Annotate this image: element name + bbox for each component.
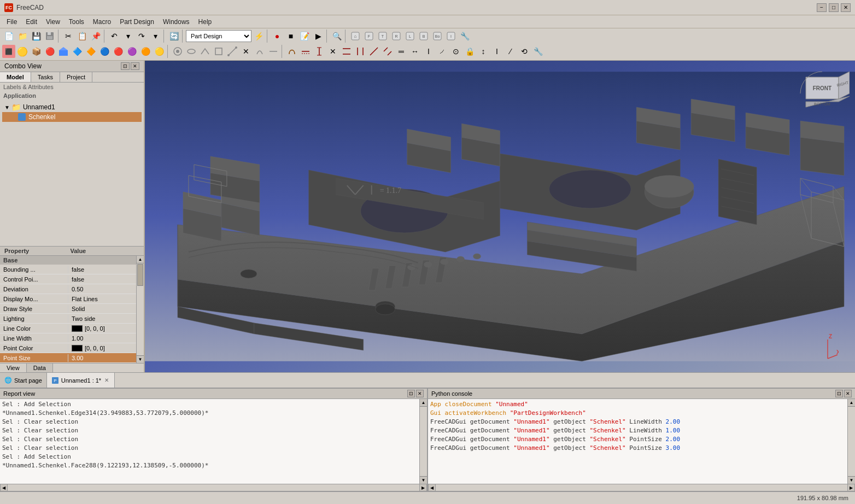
- open-button[interactable]: 📁: [16, 30, 29, 43]
- report-scrollbar[interactable]: ▲ ▼: [419, 399, 427, 484]
- console-hscroll-right[interactable]: ▶: [847, 484, 855, 491]
- view-top-button[interactable]: T: [376, 30, 389, 43]
- part-btn-8[interactable]: 🔵: [98, 45, 111, 58]
- workbench-select[interactable]: Part Design: [186, 30, 251, 42]
- part-btn-7[interactable]: 🔶: [84, 45, 97, 58]
- unnamed1-close[interactable]: ✕: [103, 377, 110, 384]
- constraint-btn-7[interactable]: [367, 45, 380, 58]
- part-btn-3[interactable]: 📦: [30, 45, 43, 58]
- new-button[interactable]: 📄: [2, 30, 15, 43]
- menu-macro[interactable]: Macro: [89, 17, 115, 27]
- redo-dropdown[interactable]: ▾: [149, 30, 162, 43]
- part-btn-2[interactable]: 🟡: [16, 45, 29, 58]
- sketch-btn-6[interactable]: ✕: [239, 45, 253, 58]
- prop-row-pointcolor[interactable]: Point Color [0, 0, 0]: [0, 343, 136, 353]
- constraint-btn-13[interactable]: ⊙: [449, 45, 462, 58]
- console-scroll-down[interactable]: ▼: [848, 476, 855, 484]
- constraint-btn-11[interactable]: I: [422, 45, 435, 58]
- constraint-btn-4[interactable]: ✕: [326, 45, 339, 58]
- record-button[interactable]: ●: [271, 30, 284, 43]
- prop-row-lighting[interactable]: Lighting Two side: [0, 314, 136, 324]
- undo-dropdown[interactable]: ▾: [121, 30, 134, 43]
- sketch-btn-8[interactable]: [267, 45, 280, 58]
- save-button[interactable]: 💾: [30, 30, 43, 43]
- save-as-button[interactable]: [43, 30, 56, 43]
- constraint-btn-12[interactable]: ⟋: [436, 45, 449, 58]
- viewport[interactable]: = 1.1.7: [145, 61, 855, 372]
- report-scroll-up[interactable]: ▲: [420, 399, 427, 407]
- console-hscroll-track[interactable]: [436, 484, 847, 491]
- constraint-btn-10[interactable]: ↔: [408, 45, 421, 58]
- tab-project[interactable]: Project: [60, 72, 92, 82]
- view-right-button[interactable]: R: [390, 30, 403, 43]
- view-left-button[interactable]: L: [403, 30, 417, 43]
- constraint-btn-1[interactable]: [285, 45, 298, 58]
- sketch-btn-3[interactable]: [198, 45, 212, 58]
- menu-help[interactable]: Help: [194, 17, 216, 27]
- menu-tools[interactable]: Tools: [65, 17, 89, 27]
- undo-button[interactable]: ↶: [108, 30, 121, 43]
- tab-data[interactable]: Data: [27, 364, 53, 372]
- constraint-btn-2[interactable]: [299, 45, 312, 58]
- report-scroll-down[interactable]: ▼: [420, 476, 427, 484]
- console-hscroll[interactable]: ◀ ▶: [428, 484, 855, 491]
- view-back-button[interactable]: B: [417, 30, 430, 43]
- constraint-btn-9[interactable]: ═: [395, 45, 408, 58]
- constraint-btn-3[interactable]: [313, 45, 326, 58]
- report-hscroll-left[interactable]: ◀: [0, 484, 8, 491]
- workbench-arrow[interactable]: ⚡: [252, 30, 265, 43]
- view-bottom-button[interactable]: Bo: [431, 30, 444, 43]
- console-hscroll-left[interactable]: ◀: [428, 484, 436, 491]
- close-button[interactable]: ✕: [841, 3, 851, 12]
- macro-button[interactable]: 📝: [298, 30, 311, 43]
- prop-row-controlpoi[interactable]: Control Poi... false: [0, 274, 136, 284]
- sketch-btn-2[interactable]: [185, 45, 198, 58]
- prop-row-linecolor[interactable]: Line Color [0, 0, 0]: [0, 324, 136, 333]
- part-btn-1[interactable]: ⬛: [2, 45, 15, 58]
- constraint-btn-16[interactable]: I: [490, 45, 503, 58]
- view-home-button[interactable]: ⌂: [349, 30, 362, 43]
- tab-tasks[interactable]: Tasks: [31, 72, 60, 82]
- prop-row-linewidth[interactable]: Line Width 1.00: [0, 333, 136, 343]
- tab-model[interactable]: Model: [0, 72, 31, 82]
- scroll-thumb[interactable]: [137, 264, 143, 286]
- paste-button[interactable]: 📌: [89, 30, 102, 43]
- constraint-btn-8[interactable]: [381, 45, 394, 58]
- view-tab-startpage[interactable]: 🌐 Start page: [0, 373, 47, 388]
- prop-row-drawstyle[interactable]: Draw Style Solid: [0, 304, 136, 314]
- view-tool[interactable]: 🔧: [458, 30, 471, 43]
- maximize-button[interactable]: □: [829, 3, 839, 12]
- menu-partdesign[interactable]: Part Design: [115, 17, 159, 27]
- console-scrollbar[interactable]: ▲ ▼: [847, 399, 855, 484]
- view-all-button[interactable]: 🔍: [330, 30, 343, 43]
- prop-row-displaymode[interactable]: Display Mo... Flat Lines: [0, 294, 136, 304]
- property-scrollbar[interactable]: ▲ ▼: [136, 256, 144, 363]
- part-btn-5[interactable]: [57, 45, 70, 58]
- part-btn-12[interactable]: 🟡: [153, 45, 166, 58]
- sketch-btn-4[interactable]: [212, 45, 225, 58]
- redo-button[interactable]: ↷: [135, 30, 148, 43]
- menu-view[interactable]: View: [42, 17, 65, 27]
- prop-row-deviation[interactable]: Deviation 0.50: [0, 284, 136, 294]
- part-btn-9[interactable]: 🔴: [112, 45, 125, 58]
- constraint-btn-19[interactable]: 🔧: [531, 45, 544, 58]
- console-scroll-up[interactable]: ▲: [848, 399, 855, 407]
- combo-close-btn[interactable]: ✕: [131, 62, 139, 70]
- constraint-btn-5[interactable]: [340, 45, 353, 58]
- sketch-btn-7[interactable]: [253, 45, 266, 58]
- run-button[interactable]: ▶: [312, 30, 325, 43]
- tree-item-unnamed1[interactable]: ▼ 📁 Unnamed1: [2, 102, 142, 112]
- view-tab-unnamed1[interactable]: P Unnamed1 : 1* ✕: [47, 373, 115, 388]
- report-hscroll[interactable]: ◀ ▶: [0, 484, 427, 491]
- cut-button[interactable]: ✂: [62, 30, 75, 43]
- prop-row-pointsize[interactable]: Point Size 3.00: [0, 353, 136, 363]
- view-front-button[interactable]: F: [362, 30, 376, 43]
- report-view-close[interactable]: ✕: [416, 390, 424, 397]
- part-btn-11[interactable]: 🟠: [139, 45, 152, 58]
- tree-item-schenkel[interactable]: Schenkel: [2, 112, 142, 122]
- python-console-min[interactable]: ⊡: [835, 390, 843, 397]
- menu-file[interactable]: File: [2, 17, 21, 27]
- constraint-btn-6[interactable]: [354, 45, 367, 58]
- view-isometric-button[interactable]: I: [444, 30, 458, 43]
- copy-button[interactable]: 📋: [75, 30, 89, 43]
